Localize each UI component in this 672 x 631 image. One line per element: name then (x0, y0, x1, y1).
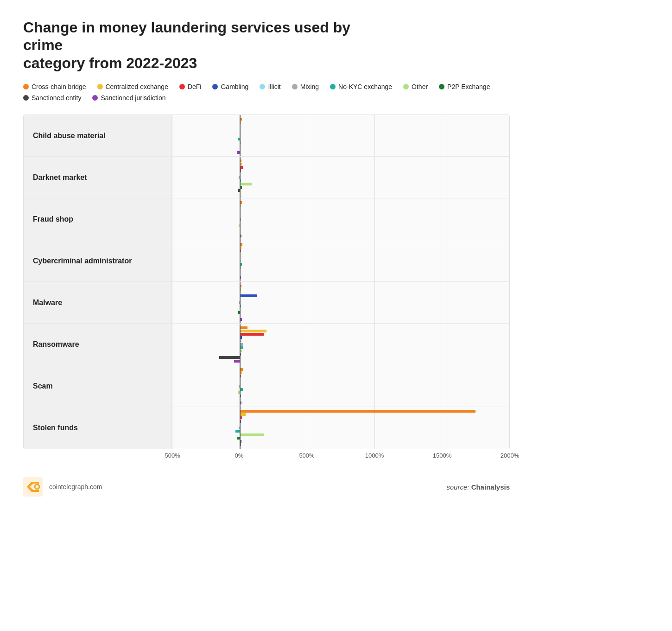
bar (240, 398, 240, 401)
bar-wrapper (172, 330, 509, 332)
row-label: Malware (24, 282, 172, 323)
x-axis-label: 1500% (433, 452, 451, 459)
bar (240, 186, 242, 189)
bar-wrapper (172, 159, 509, 162)
row-bars (172, 240, 509, 281)
chart-row: Darknet market (24, 157, 509, 198)
bar (240, 318, 242, 321)
bar (240, 388, 244, 391)
bar-wrapper (172, 246, 509, 249)
bar-wrapper (172, 360, 509, 362)
bar-wrapper (172, 163, 509, 165)
bar-container (172, 115, 509, 156)
bar (240, 402, 241, 404)
bar-wrapper (172, 385, 509, 387)
legend-dot (403, 84, 409, 89)
chart-row: Malware (24, 282, 509, 324)
row-bars (172, 324, 509, 365)
bar (240, 395, 241, 397)
bar-wrapper (172, 402, 509, 404)
bar-wrapper (172, 201, 509, 204)
row-bars (172, 198, 509, 240)
bar-wrapper (172, 121, 509, 123)
legend-item: Sanctioned jurisdiction (92, 94, 165, 102)
bar (240, 193, 241, 196)
bar (240, 381, 241, 384)
bar-wrapper (172, 228, 509, 230)
bar (240, 211, 240, 214)
bar (240, 336, 242, 339)
bar (240, 118, 242, 121)
legend-item: Sanctioned entity (23, 94, 81, 102)
bar-wrapper (172, 250, 509, 252)
bar-container (172, 240, 509, 281)
bar (240, 141, 241, 144)
bar-wrapper (172, 211, 509, 214)
legend-label: Gambling (221, 83, 248, 90)
bar-wrapper (172, 266, 509, 268)
bar-wrapper (172, 270, 509, 272)
bar-wrapper (172, 353, 509, 356)
bar-wrapper (172, 151, 509, 153)
legend-label: Illicit (268, 83, 280, 90)
footer-site: cointelegraph.com (49, 483, 102, 491)
chart-row: Cybercriminal administrator (24, 240, 509, 282)
bar-wrapper (172, 433, 509, 436)
bar (240, 353, 241, 356)
bar-wrapper (172, 128, 509, 130)
bar (235, 430, 240, 433)
bar (240, 260, 241, 262)
row-label: Cybercriminal administrator (24, 240, 172, 281)
legend-dot (97, 84, 103, 89)
bar (240, 333, 264, 336)
bar (238, 391, 240, 394)
bar (240, 269, 241, 272)
legend-item: Gambling (212, 83, 248, 90)
legend-label: Sanctioned jurisdiction (101, 94, 165, 102)
bar (240, 305, 241, 307)
bar-wrapper (172, 295, 509, 297)
chart-row: Scam (24, 365, 509, 407)
bar (240, 166, 243, 169)
bar (238, 311, 239, 314)
bar-wrapper (172, 292, 509, 294)
bar (240, 169, 241, 172)
legend-dot (212, 84, 218, 89)
bar-container (172, 407, 509, 449)
bar (240, 416, 242, 419)
bar (240, 326, 247, 329)
row-bars (172, 282, 509, 323)
bar (240, 134, 241, 137)
bar (240, 298, 240, 300)
bar-wrapper (172, 145, 509, 147)
bar-wrapper (172, 215, 509, 217)
bar (239, 224, 239, 227)
bar-wrapper (172, 204, 509, 207)
bar-wrapper (172, 276, 509, 279)
bar-wrapper (172, 375, 509, 377)
bar (240, 228, 241, 230)
legend-dot (260, 84, 265, 89)
bar (239, 176, 239, 179)
bar (238, 138, 240, 140)
bar (240, 285, 241, 287)
bar-wrapper (172, 371, 509, 374)
bar (240, 231, 240, 234)
bar (240, 246, 242, 249)
bar-wrapper (172, 218, 509, 220)
bar (240, 413, 246, 416)
bar-wrapper (172, 427, 509, 429)
bar (240, 339, 241, 342)
legend-item: Illicit (260, 83, 280, 90)
bar-wrapper (172, 337, 509, 339)
bar (240, 256, 240, 259)
bar (240, 440, 241, 443)
bar-wrapper (172, 131, 509, 134)
bar (240, 276, 241, 279)
bar (240, 201, 242, 204)
bar-wrapper (172, 288, 509, 290)
legend-dot (330, 84, 336, 89)
bar (240, 235, 241, 237)
row-label: Fraud shop (24, 198, 172, 240)
bar-wrapper (172, 125, 509, 127)
